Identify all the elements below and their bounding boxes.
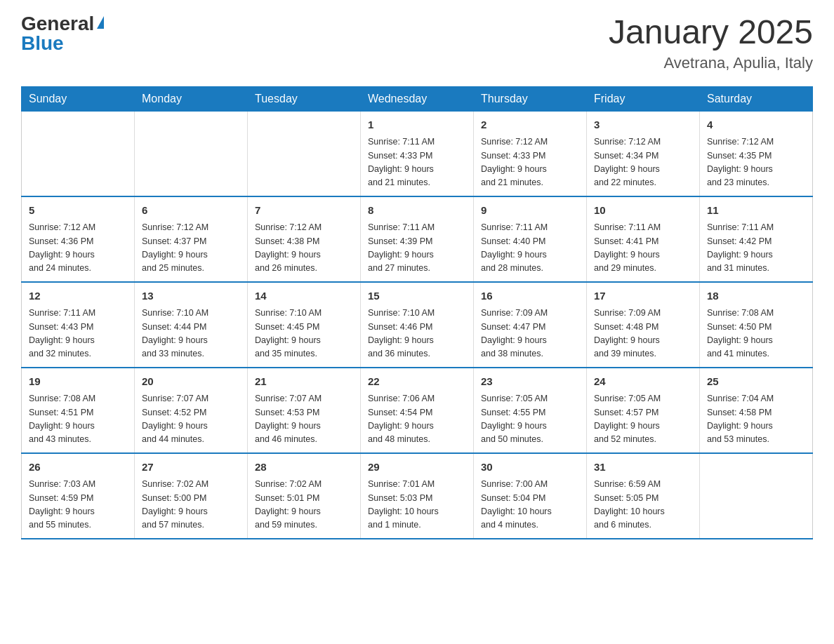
calendar-day-cell: 13Sunrise: 7:10 AMSunset: 4:44 PMDayligh… [135, 282, 248, 368]
day-info: Sunrise: 7:06 AMSunset: 4:54 PMDaylight:… [368, 392, 466, 447]
day-info: Sunrise: 7:12 AMSunset: 4:36 PMDaylight:… [29, 221, 127, 276]
day-info: Sunrise: 7:05 AMSunset: 4:55 PMDaylight:… [481, 392, 579, 447]
logo: General Blue [21, 14, 104, 53]
location: Avetrana, Apulia, Italy [609, 54, 813, 72]
day-info: Sunrise: 7:01 AMSunset: 5:03 PMDaylight:… [368, 478, 466, 532]
calendar-day-cell: 29Sunrise: 7:01 AMSunset: 5:03 PMDayligh… [361, 453, 474, 539]
day-number: 7 [255, 203, 353, 219]
month-year: January 2025 [609, 14, 813, 51]
day-info: Sunrise: 7:11 AMSunset: 4:40 PMDaylight:… [481, 221, 579, 276]
calendar-day-cell: 19Sunrise: 7:08 AMSunset: 4:51 PMDayligh… [22, 368, 135, 453]
calendar-day-cell: 31Sunrise: 6:59 AMSunset: 5:05 PMDayligh… [587, 453, 700, 539]
day-number: 13 [142, 288, 240, 304]
day-of-week-header: Wednesday [361, 86, 474, 111]
day-number: 12 [29, 288, 127, 304]
day-info: Sunrise: 7:11 AMSunset: 4:42 PMDaylight:… [707, 221, 805, 276]
day-number: 28 [255, 459, 353, 476]
day-info: Sunrise: 7:12 AMSunset: 4:33 PMDaylight:… [481, 135, 579, 190]
day-info: Sunrise: 7:12 AMSunset: 4:37 PMDaylight:… [142, 221, 240, 276]
day-info: Sunrise: 7:02 AMSunset: 5:00 PMDaylight:… [142, 478, 240, 532]
day-of-week-header: Saturday [700, 86, 813, 111]
title-block: January 2025 Avetrana, Apulia, Italy [609, 14, 813, 72]
calendar-week-row: 1Sunrise: 7:11 AMSunset: 4:33 PMDaylight… [22, 111, 813, 196]
day-number: 5 [29, 203, 127, 219]
calendar-day-cell: 12Sunrise: 7:11 AMSunset: 4:43 PMDayligh… [22, 282, 135, 368]
calendar-body: 1Sunrise: 7:11 AMSunset: 4:33 PMDaylight… [22, 111, 813, 539]
calendar-day-cell [22, 111, 135, 196]
day-info: Sunrise: 7:08 AMSunset: 4:51 PMDaylight:… [29, 392, 127, 447]
calendar-day-cell: 10Sunrise: 7:11 AMSunset: 4:41 PMDayligh… [587, 196, 700, 282]
calendar-table: SundayMondayTuesdayWednesdayThursdayFrid… [21, 86, 813, 539]
calendar-day-cell: 23Sunrise: 7:05 AMSunset: 4:55 PMDayligh… [474, 368, 587, 453]
day-info: Sunrise: 7:12 AMSunset: 4:34 PMDaylight:… [594, 135, 692, 190]
day-number: 29 [368, 459, 466, 476]
day-number: 30 [481, 459, 579, 476]
day-number: 11 [707, 203, 805, 219]
day-number: 18 [707, 288, 805, 304]
day-number: 27 [142, 459, 240, 476]
day-number: 10 [594, 203, 692, 219]
calendar-week-row: 12Sunrise: 7:11 AMSunset: 4:43 PMDayligh… [22, 282, 813, 368]
day-number: 8 [368, 203, 466, 219]
day-info: Sunrise: 7:07 AMSunset: 4:53 PMDaylight:… [255, 392, 353, 447]
calendar-header-row: SundayMondayTuesdayWednesdayThursdayFrid… [22, 86, 813, 111]
calendar-day-cell [248, 111, 361, 196]
day-info: Sunrise: 7:11 AMSunset: 4:41 PMDaylight:… [594, 221, 692, 276]
calendar-header: SundayMondayTuesdayWednesdayThursdayFrid… [22, 86, 813, 111]
logo-general-text: General [21, 14, 94, 34]
calendar-day-cell: 3Sunrise: 7:12 AMSunset: 4:34 PMDaylight… [587, 111, 700, 196]
calendar-week-row: 19Sunrise: 7:08 AMSunset: 4:51 PMDayligh… [22, 368, 813, 453]
calendar-day-cell: 1Sunrise: 7:11 AMSunset: 4:33 PMDaylight… [361, 111, 474, 196]
day-number: 4 [707, 117, 805, 133]
calendar-day-cell: 14Sunrise: 7:10 AMSunset: 4:45 PMDayligh… [248, 282, 361, 368]
day-number: 16 [481, 288, 579, 304]
day-of-week-header: Thursday [474, 86, 587, 111]
day-number: 14 [255, 288, 353, 304]
day-number: 1 [368, 117, 466, 133]
day-number: 19 [29, 374, 127, 390]
day-number: 17 [594, 288, 692, 304]
calendar-week-row: 26Sunrise: 7:03 AMSunset: 4:59 PMDayligh… [22, 453, 813, 539]
day-info: Sunrise: 7:09 AMSunset: 4:47 PMDaylight:… [481, 307, 579, 361]
day-of-week-header: Tuesday [248, 86, 361, 111]
day-info: Sunrise: 7:04 AMSunset: 4:58 PMDaylight:… [707, 392, 805, 447]
calendar-day-cell: 8Sunrise: 7:11 AMSunset: 4:39 PMDaylight… [361, 196, 474, 282]
calendar-day-cell: 15Sunrise: 7:10 AMSunset: 4:46 PMDayligh… [361, 282, 474, 368]
day-number: 9 [481, 203, 579, 219]
day-info: Sunrise: 7:11 AMSunset: 4:39 PMDaylight:… [368, 221, 466, 276]
calendar-day-cell: 9Sunrise: 7:11 AMSunset: 4:40 PMDaylight… [474, 196, 587, 282]
day-number: 15 [368, 288, 466, 304]
day-info: Sunrise: 7:10 AMSunset: 4:45 PMDaylight:… [255, 307, 353, 361]
calendar-day-cell: 25Sunrise: 7:04 AMSunset: 4:58 PMDayligh… [700, 368, 813, 453]
day-of-week-header: Monday [135, 86, 248, 111]
calendar-day-cell: 22Sunrise: 7:06 AMSunset: 4:54 PMDayligh… [361, 368, 474, 453]
day-number: 20 [142, 374, 240, 390]
day-info: Sunrise: 7:10 AMSunset: 4:44 PMDaylight:… [142, 307, 240, 361]
day-info: Sunrise: 7:00 AMSunset: 5:04 PMDaylight:… [481, 478, 579, 532]
day-number: 2 [481, 117, 579, 133]
day-info: Sunrise: 7:05 AMSunset: 4:57 PMDaylight:… [594, 392, 692, 447]
day-info: Sunrise: 7:12 AMSunset: 4:35 PMDaylight:… [707, 135, 805, 190]
calendar-day-cell: 18Sunrise: 7:08 AMSunset: 4:50 PMDayligh… [700, 282, 813, 368]
day-of-week-header: Sunday [22, 86, 135, 111]
day-number: 23 [481, 374, 579, 390]
calendar-day-cell [135, 111, 248, 196]
day-number: 6 [142, 203, 240, 219]
day-number: 22 [368, 374, 466, 390]
header: General Blue January 2025 Avetrana, Apul… [21, 14, 813, 72]
calendar-day-cell: 17Sunrise: 7:09 AMSunset: 4:48 PMDayligh… [587, 282, 700, 368]
calendar-week-row: 5Sunrise: 7:12 AMSunset: 4:36 PMDaylight… [22, 196, 813, 282]
day-info: Sunrise: 6:59 AMSunset: 5:05 PMDaylight:… [594, 478, 692, 532]
day-info: Sunrise: 7:09 AMSunset: 4:48 PMDaylight:… [594, 307, 692, 361]
day-number: 31 [594, 459, 692, 476]
day-info: Sunrise: 7:08 AMSunset: 4:50 PMDaylight:… [707, 307, 805, 361]
day-number: 25 [707, 374, 805, 390]
day-number: 26 [29, 459, 127, 476]
calendar-day-cell: 4Sunrise: 7:12 AMSunset: 4:35 PMDaylight… [700, 111, 813, 196]
calendar-day-cell: 24Sunrise: 7:05 AMSunset: 4:57 PMDayligh… [587, 368, 700, 453]
day-info: Sunrise: 7:11 AMSunset: 4:33 PMDaylight:… [368, 135, 466, 190]
calendar-day-cell: 27Sunrise: 7:02 AMSunset: 5:00 PMDayligh… [135, 453, 248, 539]
calendar-day-cell: 28Sunrise: 7:02 AMSunset: 5:01 PMDayligh… [248, 453, 361, 539]
day-number: 3 [594, 117, 692, 133]
day-number: 21 [255, 374, 353, 390]
